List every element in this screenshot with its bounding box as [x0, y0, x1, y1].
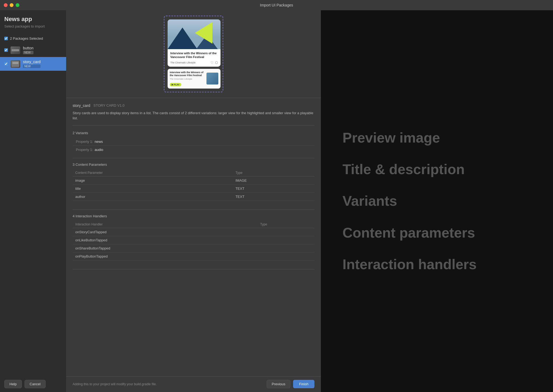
handler-play-tapped: onPlayButtonTapped [73, 252, 257, 260]
handler-share-type [257, 244, 314, 252]
content-params-table: Content Parameter Type image IMAGE title… [73, 169, 314, 201]
main-content: News app Select packages to import 2 Pac… [0, 10, 553, 392]
large-card-meta: The Cinematic Lifestyle ♡ ⬡ [170, 61, 218, 65]
play-triangle-decoration [195, 22, 212, 44]
sidebar-bottom: Help Cancel [0, 376, 66, 392]
small-card-author: The Cinematic Lifestyle [170, 78, 204, 80]
story-card-package-badge: NEW [23, 65, 40, 68]
variants-section-title: 2 Variants [73, 131, 314, 135]
right-panel: Preview image Title & description Varian… [321, 10, 553, 392]
right-label-preview-image: Preview image [342, 130, 440, 146]
packages-count-label: 2 Packages Selected [10, 36, 43, 40]
story-card-checkbox[interactable] [4, 62, 8, 66]
packages-header: 2 Packages Selected [0, 34, 66, 43]
button-package-badge: NEW [23, 51, 33, 54]
sidebar-subtitle: Select packages to import [0, 24, 66, 34]
small-card-title: Interview with the Winners of the Vancou… [170, 71, 204, 77]
center-footer: Adding this to your project will modify … [66, 376, 321, 392]
footer-buttons: Previous Finish [267, 380, 314, 388]
table-row: title TEXT [73, 184, 314, 192]
param-name-author: author [73, 192, 233, 201]
table-row: onLikeButtonTapped [73, 236, 314, 244]
param-name-image: image [73, 176, 233, 184]
app-name: News app [0, 16, 66, 24]
share-icon: ⬡ [215, 61, 218, 65]
previous-button[interactable]: Previous [267, 380, 291, 388]
story-card-package-name: story_card [23, 60, 40, 64]
table-row: onStoryCardTapped [73, 228, 314, 236]
variant-label-1: Property 1: [76, 140, 93, 144]
story-card-name-group: story_card NEW [23, 60, 40, 68]
param-col-type: Type [233, 169, 314, 177]
small-card-thumbnail [206, 73, 218, 85]
handler-story-card-type [257, 228, 314, 236]
handler-play-type [257, 252, 314, 260]
variant-row-audio: Property 1: audio [73, 146, 314, 154]
content-params-title: 3 Content Parameters [73, 163, 314, 167]
cancel-button[interactable]: Cancel [25, 380, 46, 388]
variant-value-2: audio [95, 148, 103, 152]
titlebar: Import UI Packages [0, 0, 553, 10]
close-button[interactable] [4, 3, 8, 7]
preview-area: Interview with the Winners of the Vancou… [66, 10, 321, 98]
sidebar-item-button[interactable]: button NEW [0, 43, 66, 57]
variant-value-1: news [95, 140, 103, 144]
right-label-interaction-handlers: Interaction handlers [342, 257, 477, 272]
variants-list: Property 1: news Property 1: audio [73, 138, 314, 158]
story-card-package-icon [11, 60, 20, 68]
variant-label-2: Property 1: [76, 148, 93, 152]
right-label-content-parameters: Content parameters [342, 225, 475, 241]
mountain-left-decoration [168, 28, 197, 49]
play-button[interactable]: ▶ PLAY [170, 83, 181, 86]
table-row: onPlayButtonTapped [73, 252, 314, 260]
right-label-title-description: Title & description [342, 162, 465, 177]
handler-story-card-tapped: onStoryCardTapped [73, 228, 257, 236]
sidebar: News app Select packages to import 2 Pac… [0, 10, 66, 392]
story-card-body: Interview with the Winners of the Vancou… [168, 49, 220, 67]
table-row: author TEXT [73, 192, 314, 201]
traffic-lights [4, 3, 19, 7]
heart-icon: ♡ [211, 61, 213, 65]
help-button[interactable]: Help [4, 380, 22, 388]
handler-like-type [257, 236, 314, 244]
select-all-checkbox[interactable] [4, 37, 8, 40]
minimize-button[interactable] [10, 3, 13, 7]
variant-row-news: Property 1: news [73, 138, 314, 146]
handler-col-name: Interaction Handler [73, 221, 257, 228]
large-card-author: The Cinematic Lifestyle [170, 61, 196, 64]
story-card-small: Interview with the Winners of the Vancou… [168, 69, 220, 89]
handler-like-tapped: onLikeButtonTapped [73, 236, 257, 244]
param-col-name: Content Parameter [73, 169, 233, 177]
handlers-section-title: 4 Interaction Handlers [73, 214, 314, 218]
button-package-name: button [23, 46, 33, 50]
component-version: STORY CARD V1.0 [93, 103, 124, 107]
param-name-title: title [73, 184, 233, 192]
detail-header: story_card STORY CARD V1.0 [73, 103, 314, 108]
preview-cards-container: Interview with the Winners of the Vancou… [164, 16, 223, 92]
footer-note: Adding this to your project will modify … [73, 382, 157, 386]
handler-col-type: Type [257, 221, 314, 228]
handler-share-tapped: onShareButtonTapped [73, 244, 257, 252]
handlers-section: 4 Interaction Handlers Interaction Handl… [73, 214, 314, 269]
table-row: onShareButtonTapped [73, 244, 314, 252]
param-type-image: IMAGE [233, 176, 314, 184]
button-checkbox[interactable] [4, 48, 8, 52]
finish-button[interactable]: Finish [293, 380, 314, 388]
component-description: Story cards are used to display story it… [73, 110, 314, 126]
maximize-button[interactable] [16, 3, 19, 7]
content-params-section: 3 Content Parameters Content Parameter T… [73, 163, 314, 210]
small-card-text: Interview with the Winners of the Vancou… [170, 71, 204, 86]
param-type-title: TEXT [233, 184, 314, 192]
component-name: story_card [73, 103, 90, 108]
detail-area: story_card STORY CARD V1.0 Story cards a… [66, 98, 321, 376]
large-card-icons: ♡ ⬡ [211, 61, 218, 65]
handlers-table: Interaction Handler Type onStoryCardTapp… [73, 221, 314, 261]
button-package-icon [11, 46, 20, 54]
right-label-variants: Variants [342, 193, 397, 209]
center-panel: Interview with the Winners of the Vancou… [66, 10, 321, 392]
story-card-image [168, 19, 220, 49]
sidebar-item-story-card[interactable]: story_card NEW [0, 57, 66, 71]
large-card-title: Interview with the Winners of the Vancou… [170, 51, 218, 59]
table-row: image IMAGE [73, 176, 314, 184]
window-title: Import UI Packages [260, 3, 293, 7]
